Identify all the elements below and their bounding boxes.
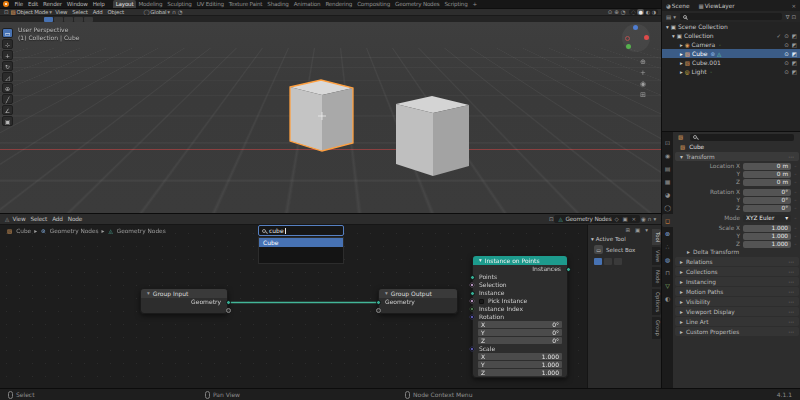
workspace-tab-uv-editing[interactable]: UV Editing (194, 0, 226, 8)
proptab-render-icon[interactable]: ◉ (662, 149, 673, 162)
tool-grid-button-2[interactable] (604, 258, 612, 265)
node-search-input[interactable]: cube (258, 225, 344, 236)
active-tool-panel-title[interactable]: Active Tool (596, 236, 626, 242)
panel-collections[interactable]: ▸Collections⋯ (675, 267, 799, 276)
tool-move-button[interactable]: + (2, 50, 13, 60)
render-visibility-icon[interactable]: ◩ (792, 69, 797, 75)
node-group-input[interactable]: ▾ Group Input Geometry (140, 288, 228, 314)
outliner-row-light[interactable]: ▸ ◎ Light ◦ ⊙ ◩ (662, 67, 800, 76)
expand-icon[interactable]: ▸ (680, 60, 683, 66)
proptab-constraints-icon[interactable]: ⊓ (662, 266, 673, 279)
camera-view-icon[interactable]: ◉ (637, 78, 649, 89)
exclude-checkbox[interactable]: ✓ (777, 33, 782, 39)
axis-y-dot[interactable] (626, 44, 631, 49)
expand-icon[interactable]: ▸ (680, 51, 683, 57)
hide-eye-icon[interactable]: ⊙ (784, 33, 789, 39)
proptab-modifiers-icon[interactable]: ⊛ (662, 227, 673, 240)
workspace-tab-layout[interactable]: Layout (113, 0, 136, 8)
sidebar-tab-view[interactable]: View (652, 247, 661, 265)
menu-render[interactable]: Render (41, 1, 65, 7)
animate-dot[interactable]: ◦ (794, 163, 797, 169)
perspective-toggle-icon[interactable]: ⊞ (637, 89, 649, 100)
expand-icon[interactable]: ▸ (680, 42, 683, 48)
panel-viewport-display[interactable]: ▸Viewport Display⋯ (675, 307, 799, 316)
pick-instance-checkbox[interactable] (479, 299, 484, 304)
search-result-cube[interactable]: Cube (259, 238, 343, 247)
render-visibility-icon[interactable]: ◩ (792, 51, 797, 57)
tool-cursor-button[interactable]: ⊹ (2, 39, 13, 49)
outliner-row-cube[interactable]: ▸ ▧ Cube ⊛ ◬ ⊙ ◩ (662, 49, 800, 58)
proptab-tool-icon[interactable]: ⊡ (662, 136, 673, 149)
proptab-output-icon[interactable]: ▤ (662, 162, 673, 175)
expand-icon[interactable]: ▾ (672, 33, 675, 39)
collapse-icon[interactable]: ▾ (147, 289, 150, 298)
selected-cube[interactable] (290, 80, 353, 151)
properties-search-input[interactable] (690, 134, 794, 141)
rotation-y-field[interactable]: 0° (743, 197, 791, 204)
tool-setting-toggle-5[interactable] (84, 17, 93, 22)
outliner-row-collection[interactable]: ▾ ▣ Collection ✓ ⊙ ◩ (662, 31, 800, 40)
axis-z-dot[interactable] (633, 25, 638, 30)
tool-scale-button[interactable]: ◿ (2, 72, 13, 82)
active-object-name[interactable]: Cube (689, 144, 704, 150)
panel-custom-properties[interactable]: ▸Custom Properties⋯ (675, 327, 799, 336)
expand-icon[interactable]: ▾ (666, 24, 669, 30)
render-visibility-icon[interactable]: ◩ (792, 33, 797, 39)
menu-edit[interactable]: Edit (26, 1, 41, 7)
tool-setting-toggle-4[interactable] (74, 17, 83, 22)
menu-help[interactable]: Help (90, 1, 107, 7)
animate-dot[interactable]: ◦ (794, 171, 797, 177)
workspace-tab-modeling[interactable]: Modeling (136, 0, 165, 8)
axis-x-dot[interactable] (644, 35, 649, 40)
navigation-gizmo[interactable] (622, 24, 650, 52)
outliner-row-cube-001[interactable]: ▸ ▧ Cube.001 ⊙ ◩ (662, 58, 800, 67)
extend-socket[interactable] (226, 308, 231, 313)
scale-z-field[interactable]: 1.000 (743, 241, 791, 248)
animate-dot[interactable]: ◦ (794, 179, 797, 185)
geometry-output-socket[interactable] (226, 300, 231, 305)
delta-transform-subpanel[interactable]: Delta Transform (693, 249, 739, 255)
location-y-field[interactable]: 0 m (743, 171, 791, 178)
rotation-y-field[interactable]: Y0° (478, 329, 562, 336)
scale-y-field[interactable]: Y1.000 (478, 361, 562, 368)
hide-eye-icon[interactable]: ⊙ (784, 42, 789, 48)
group-output-header[interactable]: ▾ Group Output (379, 289, 457, 298)
axis-x-neg-dot[interactable] (625, 36, 630, 41)
zoom-icon[interactable]: ⊕ (637, 56, 649, 67)
panel-visibility[interactable]: ▸Visibility⋯ (675, 297, 799, 306)
transform-panel-header[interactable]: ▾ Transform ⋯ (675, 152, 799, 161)
tool-grid-button-1[interactable] (594, 258, 602, 265)
proptab-material-icon[interactable]: ◐ (662, 292, 673, 305)
tool-setting-toggle-3[interactable] (64, 17, 73, 22)
sidebar-tab-node[interactable]: Node (652, 267, 661, 287)
animate-dot[interactable]: ◦ (794, 233, 797, 239)
panel-collapse-icon[interactable]: ▾ (591, 236, 594, 242)
tool-annotate-button[interactable]: ╱ (2, 94, 13, 104)
tool-setting-toggle-1[interactable] (44, 17, 53, 22)
panel-motion-paths[interactable]: ▸Motion Paths⋯ (675, 287, 799, 296)
menu-window[interactable]: Window (64, 1, 90, 7)
workspace-tab-texture-paint[interactable]: Texture Paint (226, 0, 265, 8)
viewport-3d[interactable]: User Perspective (1) Collection | Cube ▭… (0, 22, 661, 213)
rotation-x-field[interactable]: 0° (743, 189, 791, 196)
sidebar-tab-group[interactable]: Group (652, 317, 661, 339)
workspace-tab-compositing[interactable]: Compositing (355, 0, 393, 8)
node-group-output[interactable]: ▾ Group Output Geometry (378, 288, 458, 314)
tool-add-cube-button[interactable]: ▣ (2, 116, 13, 126)
tool-transform-button[interactable]: ⊕ (2, 83, 13, 93)
tool-measure-button[interactable]: ∠ (2, 105, 13, 115)
workspace-tab-shading[interactable]: Shading (265, 0, 291, 8)
instance-socket[interactable] (470, 291, 475, 296)
viewlayer-close-icon[interactable]: × (791, 3, 796, 9)
scale-y-field[interactable]: 1.000 (743, 233, 791, 240)
animate-dot[interactable]: ◦ (794, 241, 797, 247)
menu-file[interactable]: File (12, 1, 26, 7)
points-socket[interactable] (470, 275, 475, 280)
proptab-data-icon[interactable]: ▽ (662, 279, 673, 292)
render-visibility-icon[interactable]: ◩ (792, 60, 797, 66)
proptab-particles-icon[interactable]: ∴ (662, 240, 673, 253)
workspace-tab-geometry-nodes[interactable]: Geometry Nodes (393, 0, 442, 8)
sidebar-tab-options[interactable]: Options (652, 289, 661, 315)
expand-icon[interactable]: ▸ (680, 69, 683, 75)
tool-grid-button-3[interactable] (614, 258, 622, 265)
